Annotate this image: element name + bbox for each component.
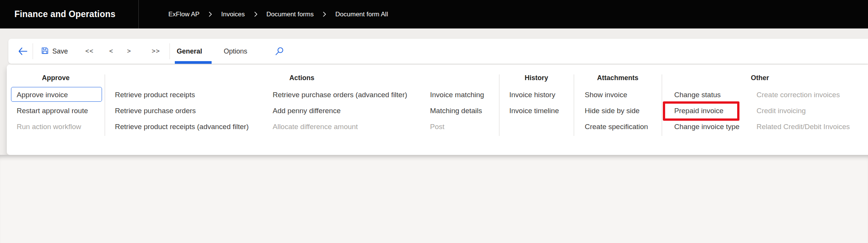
menu-item-change-invoice-type[interactable]: Change invoice type: [674, 119, 739, 135]
menu-item-retrieve-purchase-orders-advanced[interactable]: Retrieve purchase orders (advanced filte…: [273, 87, 407, 103]
menu-item-add-penny-difference[interactable]: Add penny difference: [273, 103, 407, 119]
previous-record-button[interactable]: <: [109, 39, 113, 64]
breadcrumb-item-document-form-all: Document form All: [335, 11, 388, 18]
breadcrumb-item-invoices[interactable]: Invoices: [221, 11, 245, 18]
app-title: Finance and Operations: [14, 0, 115, 28]
menu-item-allocate-difference-amount: Allocate difference amount: [273, 119, 407, 135]
menu-item-retrieve-product-receipts[interactable]: Retrieve product receipts: [115, 87, 249, 103]
save-label: Save: [52, 47, 68, 55]
group-header-actions: Actions: [105, 73, 499, 83]
tab-general[interactable]: General: [177, 39, 202, 64]
save-icon: [41, 47, 49, 56]
group-header-history: History: [499, 73, 574, 83]
action-pane-flyout: Approve Actions History Attachments Othe…: [7, 65, 868, 155]
save-button[interactable]: Save: [41, 39, 68, 64]
next-record-button[interactable]: >: [127, 39, 131, 64]
prepaid-invoice-highlight: [663, 101, 739, 121]
toolbar-divider: [33, 43, 33, 59]
menu-item-matching-details[interactable]: Matching details: [430, 103, 484, 119]
breadcrumb-item-document-forms[interactable]: Document forms: [267, 11, 314, 18]
menu-item-show-invoice[interactable]: Show invoice: [585, 87, 648, 103]
general-form-section: Vendor account 100001 Vendor name Dustin…: [0, 155, 868, 243]
menu-item-post: Post: [430, 119, 484, 135]
menu-item-restart-approval-route[interactable]: Restart approval route: [17, 103, 88, 119]
menu-item-related-credit-debit-invoices: Related Credit/Debit Invoices: [757, 119, 850, 135]
actions-group-column-2: Retrieve purchase orders (advanced filte…: [273, 87, 407, 135]
group-divider: [499, 74, 499, 136]
chevron-right-icon: [323, 11, 326, 17]
top-navigation-bar: Finance and Operations ExFlow AP Invoice…: [0, 0, 868, 28]
group-divider: [574, 74, 574, 136]
active-tab-indicator: [175, 61, 212, 64]
search-icon[interactable]: [275, 39, 284, 64]
other-group-column-2: Create correction invoices Credit invoic…: [757, 87, 850, 135]
menu-item-hide-side-by-side[interactable]: Hide side by side: [585, 103, 648, 119]
tab-options[interactable]: Options: [224, 39, 247, 64]
group-divider: [662, 74, 662, 136]
menu-item-retrieve-product-receipts-advanced[interactable]: Retrieve product receipts (advanced filt…: [115, 119, 249, 135]
menu-item-change-status[interactable]: Change status: [674, 87, 739, 103]
menu-item-invoice-timeline[interactable]: Invoice timeline: [509, 103, 559, 119]
actions-group-column-1: Retrieve product receipts Retrieve purch…: [115, 87, 249, 135]
menu-item-approve-invoice[interactable]: Approve invoice: [17, 87, 88, 103]
approve-group-column: Approve invoice Restart approval route R…: [17, 87, 88, 135]
attachments-group-column: Show invoice Hide side by side Create sp…: [585, 87, 648, 135]
breadcrumb: ExFlow AP Invoices Document forms Docume…: [168, 0, 388, 28]
actions-group-column-3: Invoice matching Matching details Post: [430, 87, 484, 135]
menu-item-create-specification[interactable]: Create specification: [585, 119, 648, 135]
menu-item-invoice-matching[interactable]: Invoice matching: [430, 87, 484, 103]
menu-item-run-action-workflow: Run action workflow: [17, 119, 88, 135]
menu-item-retrieve-purchase-orders[interactable]: Retrieve purchase orders: [115, 103, 249, 119]
group-divider: [105, 74, 105, 136]
group-header-other: Other: [662, 73, 858, 83]
back-button[interactable]: [18, 39, 28, 64]
group-header-approve: Approve: [7, 73, 105, 83]
first-record-button[interactable]: <<: [85, 39, 94, 64]
group-header-attachments: Attachments: [574, 73, 662, 83]
breadcrumb-item-exflow-ap[interactable]: ExFlow AP: [168, 11, 199, 18]
chevron-right-icon: [254, 11, 257, 17]
title-separator: [138, 0, 139, 28]
menu-item-invoice-history[interactable]: Invoice history: [509, 87, 559, 103]
chevron-right-icon: [209, 11, 212, 17]
history-group-column: Invoice history Invoice timeline: [509, 87, 559, 119]
menu-item-create-correction-invoices: Create correction invoices: [757, 87, 850, 103]
menu-item-credit-invoicing: Credit invoicing: [757, 103, 850, 119]
last-record-button[interactable]: >>: [152, 39, 160, 64]
toolbar-divider: [170, 43, 170, 59]
action-pane-toolbar: Save << < > >> General Options: [8, 39, 868, 64]
